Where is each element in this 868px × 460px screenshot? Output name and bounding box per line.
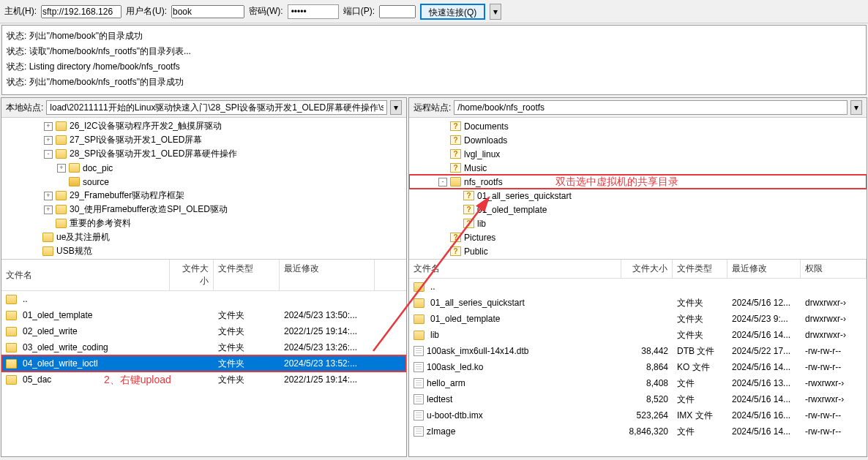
list-item[interactable]: 01_oled_template文件夹2024/5/23 13:50:...	[1, 307, 406, 323]
tree-item[interactable]: ?Documents	[409, 119, 867, 133]
col-size[interactable]: 文件大小	[170, 260, 214, 290]
remote-tree[interactable]: ?Documents?Downloads?lvgl_linux?Music-nf…	[409, 118, 867, 260]
list-item[interactable]: 01_oled_template文件夹2024/5/23 9:...drwxrw…	[409, 311, 867, 327]
file-perm	[801, 285, 867, 288]
folder-icon	[6, 359, 17, 369]
list-item[interactable]: zImage8,846,320文件2024/5/16 14...-rw-rw-r…	[409, 423, 867, 440]
tree-item[interactable]: -28_SPI设备驱动开发1_OLED屏幕硬件操作	[1, 147, 406, 161]
list-item[interactable]: ledtest8,520文件2024/5/16 14...-rwxrwxr-›	[409, 391, 867, 407]
list-item[interactable]: u-boot-dtb.imx523,264IMX 文件2024/5/16 16.…	[409, 407, 867, 423]
file-size	[621, 285, 673, 288]
expand-toggle[interactable]: -	[438, 178, 447, 186]
file-type: 文件	[673, 376, 727, 391]
tree-item[interactable]: ?Downloads	[409, 133, 867, 147]
file-size	[621, 317, 673, 320]
file-type: 文件	[673, 392, 727, 407]
connection-toolbar: 主机(H): 用户名(U): 密码(W): 端口(P): 快速连接(Q) ▾	[0, 0, 868, 23]
list-item[interactable]: 05_dac文件夹2022/1/25 19:14:...	[1, 372, 406, 388]
remote-file-list[interactable]: 文件名 文件大小 文件类型 最近修改 权限 ..01_all_series_qu…	[409, 260, 867, 456]
tree-item[interactable]: ue及其注册机	[1, 230, 406, 244]
remote-list-header[interactable]: 文件名 文件大小 文件类型 最近修改 权限	[409, 260, 867, 279]
folder-icon	[56, 205, 67, 214]
folder-icon	[56, 121, 67, 131]
host-input[interactable]	[41, 5, 121, 18]
expand-toggle[interactable]: -	[44, 150, 53, 159]
file-name: 05_dac	[23, 374, 51, 385]
file-size	[621, 301, 673, 304]
local-file-list[interactable]: 文件名 文件大小 文件类型 最近修改 ..01_oled_template文件夹…	[1, 260, 406, 456]
local-path-input[interactable]	[46, 100, 387, 115]
list-item[interactable]: 04_oled_write_ioctl文件夹2024/5/23 13:52:..…	[1, 355, 406, 372]
file-size	[170, 378, 214, 381]
expand-toggle[interactable]: +	[44, 192, 53, 200]
tree-item[interactable]: 重要的参考资料	[1, 216, 406, 230]
username-input[interactable]	[171, 5, 244, 18]
port-input[interactable]	[379, 5, 416, 18]
password-input[interactable]	[288, 4, 339, 19]
local-tree[interactable]: +26_I2C设备驱动程序开发2_触摸屏驱动+27_SPI设备驱动开发1_OLE…	[1, 118, 406, 260]
log-line: 状态: Listing directory /home/book/nfs_roo…	[7, 59, 861, 75]
file-name: 100ask_imx6ull-14x14.dtb	[427, 346, 528, 356]
quick-connect-dropdown[interactable]: ▾	[490, 4, 501, 20]
list-item[interactable]: 03_oled_write_coding文件夹2024/5/23 13:26:.…	[1, 339, 406, 355]
quick-connect-button[interactable]: 快速连接(Q)	[420, 4, 485, 20]
file-date: 2024/5/16 12...	[727, 296, 801, 309]
tree-item[interactable]: ?Public	[409, 244, 867, 258]
username-label: 用户名(U):	[126, 5, 167, 18]
tree-item[interactable]: +30_使用Framebuffer改造SPI_OLED驱动	[1, 203, 406, 216]
expand-toggle[interactable]: +	[44, 206, 53, 214]
port-label: 端口(P):	[343, 5, 375, 18]
folder-icon	[69, 163, 80, 173]
tree-item[interactable]: ?01_all_series_quickstart	[409, 189, 867, 203]
list-item[interactable]: ..	[1, 291, 406, 307]
file-date: 2024/5/16 13...	[727, 377, 801, 390]
tree-item[interactable]: ?lib	[409, 216, 867, 230]
tree-item[interactable]: +26_I2C设备驱动程序开发2_触摸屏驱动	[1, 119, 406, 133]
file-type: 文件夹	[214, 372, 280, 388]
tree-item[interactable]: +29_Framebuffer驱动程序框架	[1, 189, 406, 203]
local-list-header[interactable]: 文件名 文件大小 文件类型 最近修改	[1, 260, 406, 291]
file-perm: -rwxrwxr-›	[801, 377, 867, 390]
list-item[interactable]: 100ask_imx6ull-14x14.dtb38,442DTB 文件2024…	[409, 343, 867, 359]
tree-item-label: Public	[464, 246, 488, 257]
local-path-dropdown[interactable]: ▾	[390, 100, 402, 115]
col-perm[interactable]: 权限	[801, 260, 867, 278]
folder-icon	[56, 149, 67, 159]
col-type[interactable]: 文件类型	[214, 260, 280, 290]
tree-item[interactable]: ?Pictures	[409, 230, 867, 244]
list-item[interactable]: 100ask_led.ko8,864KO 文件2024/5/16 14...-r…	[409, 359, 867, 375]
tree-item[interactable]: source	[1, 175, 406, 189]
list-item[interactable]: ..	[409, 279, 867, 295]
col-size[interactable]: 文件大小	[621, 260, 673, 278]
file-type: IMX 文件	[673, 408, 727, 423]
col-name[interactable]: 文件名	[1, 260, 170, 290]
tree-item[interactable]: +doc_pic	[1, 161, 406, 175]
file-name: hello_arm	[427, 378, 465, 388]
unknown-folder-icon: ?	[450, 135, 461, 145]
tree-item[interactable]: -nfs_rootfs	[409, 175, 867, 189]
list-item[interactable]: 02_oled_write文件夹2022/1/25 19:14:...	[1, 323, 406, 339]
tree-item[interactable]: ?lvgl_linux	[409, 147, 867, 161]
file-perm: drwxrwxr-›	[801, 296, 867, 309]
remote-path-input[interactable]	[454, 100, 848, 115]
list-item[interactable]: 01_all_series_quickstart文件夹2024/5/16 12.…	[409, 295, 867, 311]
host-label: 主机(H):	[4, 5, 37, 18]
tree-item[interactable]: USB规范	[1, 244, 406, 258]
col-date[interactable]: 最近修改	[280, 260, 375, 290]
remote-path-dropdown[interactable]: ▾	[850, 100, 862, 115]
local-pane: 本地站点: ▾ +26_I2C设备驱动程序开发2_触摸屏驱动+27_SPI设备驱…	[1, 97, 407, 457]
col-name[interactable]: 文件名	[409, 260, 621, 278]
file-size: 8,408	[621, 377, 673, 390]
tree-item-label: Pictures	[464, 233, 495, 243]
list-item[interactable]: hello_arm8,408文件2024/5/16 13...-rwxrwxr-…	[409, 375, 867, 391]
expand-toggle[interactable]: +	[44, 122, 53, 131]
file-size	[170, 362, 214, 365]
col-type[interactable]: 文件类型	[673, 260, 727, 278]
list-item[interactable]: lib文件夹2024/5/16 14...drwxrwxr-›	[409, 327, 867, 343]
tree-item[interactable]: +27_SPI设备驱动开发1_OLED屏幕	[1, 133, 406, 147]
col-date[interactable]: 最近修改	[727, 260, 801, 278]
tree-item[interactable]: ?Music	[409, 161, 867, 175]
expand-toggle[interactable]: +	[57, 164, 66, 173]
tree-item[interactable]: ?01_oled_template	[409, 203, 867, 216]
expand-toggle[interactable]: +	[44, 136, 53, 145]
